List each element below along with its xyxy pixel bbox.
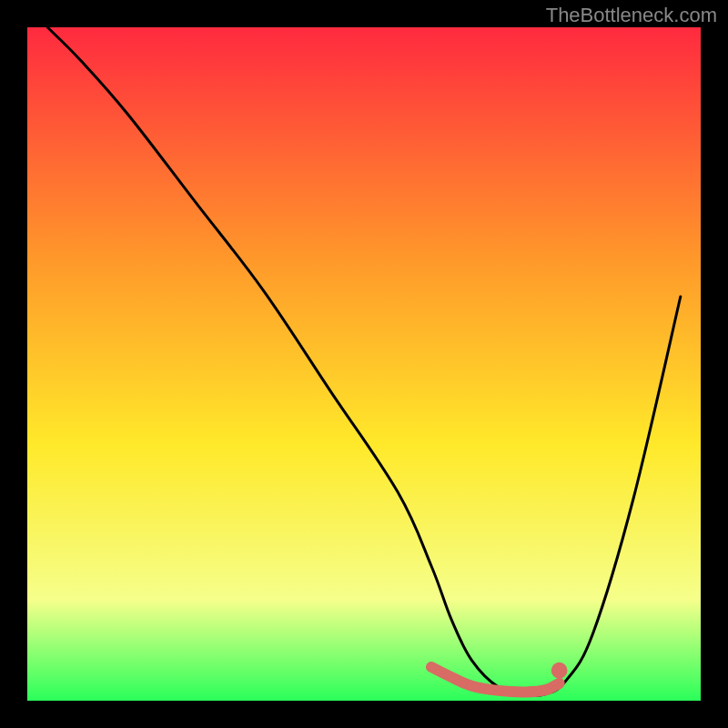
watermark-text: TheBottleneck.com xyxy=(546,4,717,27)
chart-svg xyxy=(27,27,701,701)
gradient-background xyxy=(27,27,701,701)
bottleneck-chart xyxy=(27,27,701,701)
highlight-end-dot xyxy=(551,662,568,679)
